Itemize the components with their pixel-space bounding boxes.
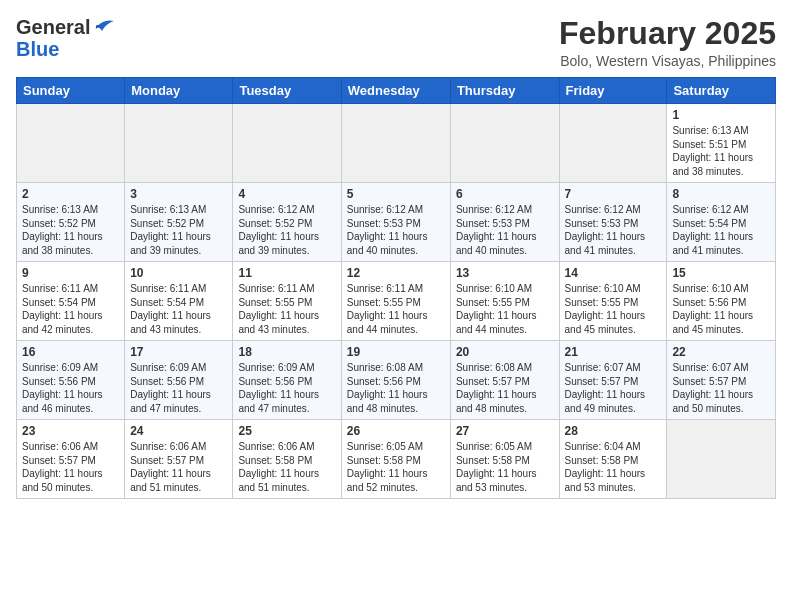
- day-info: Sunrise: 6:11 AM Sunset: 5:55 PM Dayligh…: [238, 282, 335, 336]
- week-row-2: 2Sunrise: 6:13 AM Sunset: 5:52 PM Daylig…: [17, 183, 776, 262]
- logo-general-line: General: [16, 16, 116, 38]
- day-number: 19: [347, 345, 445, 359]
- calendar-cell: 7Sunrise: 6:12 AM Sunset: 5:53 PM Daylig…: [559, 183, 667, 262]
- day-info: Sunrise: 6:10 AM Sunset: 5:55 PM Dayligh…: [456, 282, 554, 336]
- day-number: 2: [22, 187, 119, 201]
- logo-text-block: General Blue: [16, 16, 116, 60]
- calendar-cell: 11Sunrise: 6:11 AM Sunset: 5:55 PM Dayli…: [233, 262, 341, 341]
- day-number: 15: [672, 266, 770, 280]
- calendar-cell: 2Sunrise: 6:13 AM Sunset: 5:52 PM Daylig…: [17, 183, 125, 262]
- day-info: Sunrise: 6:05 AM Sunset: 5:58 PM Dayligh…: [347, 440, 445, 494]
- calendar-cell: [17, 104, 125, 183]
- calendar-cell: 5Sunrise: 6:12 AM Sunset: 5:53 PM Daylig…: [341, 183, 450, 262]
- day-number: 17: [130, 345, 227, 359]
- day-info: Sunrise: 6:12 AM Sunset: 5:53 PM Dayligh…: [456, 203, 554, 257]
- day-info: Sunrise: 6:05 AM Sunset: 5:58 PM Dayligh…: [456, 440, 554, 494]
- calendar-cell: [559, 104, 667, 183]
- logo-content: General Blue: [16, 16, 116, 60]
- day-info: Sunrise: 6:07 AM Sunset: 5:57 PM Dayligh…: [672, 361, 770, 415]
- day-number: 27: [456, 424, 554, 438]
- calendar-cell: 4Sunrise: 6:12 AM Sunset: 5:52 PM Daylig…: [233, 183, 341, 262]
- weekday-header-tuesday: Tuesday: [233, 78, 341, 104]
- calendar-table: SundayMondayTuesdayWednesdayThursdayFrid…: [16, 77, 776, 499]
- location: Bolo, Western Visayas, Philippines: [559, 53, 776, 69]
- calendar-cell: 22Sunrise: 6:07 AM Sunset: 5:57 PM Dayli…: [667, 341, 776, 420]
- day-number: 6: [456, 187, 554, 201]
- day-info: Sunrise: 6:12 AM Sunset: 5:54 PM Dayligh…: [672, 203, 770, 257]
- day-info: Sunrise: 6:11 AM Sunset: 5:54 PM Dayligh…: [130, 282, 227, 336]
- calendar-cell: 20Sunrise: 6:08 AM Sunset: 5:57 PM Dayli…: [450, 341, 559, 420]
- calendar-cell: 28Sunrise: 6:04 AM Sunset: 5:58 PM Dayli…: [559, 420, 667, 499]
- day-info: Sunrise: 6:04 AM Sunset: 5:58 PM Dayligh…: [565, 440, 662, 494]
- calendar-cell: 8Sunrise: 6:12 AM Sunset: 5:54 PM Daylig…: [667, 183, 776, 262]
- logo-bird-icon: [92, 17, 116, 33]
- day-number: 11: [238, 266, 335, 280]
- calendar-cell: 24Sunrise: 6:06 AM Sunset: 5:57 PM Dayli…: [125, 420, 233, 499]
- day-number: 26: [347, 424, 445, 438]
- day-info: Sunrise: 6:10 AM Sunset: 5:55 PM Dayligh…: [565, 282, 662, 336]
- day-number: 1: [672, 108, 770, 122]
- day-info: Sunrise: 6:13 AM Sunset: 5:52 PM Dayligh…: [130, 203, 227, 257]
- day-info: Sunrise: 6:12 AM Sunset: 5:53 PM Dayligh…: [565, 203, 662, 257]
- calendar-cell: 13Sunrise: 6:10 AM Sunset: 5:55 PM Dayli…: [450, 262, 559, 341]
- day-number: 28: [565, 424, 662, 438]
- week-row-5: 23Sunrise: 6:06 AM Sunset: 5:57 PM Dayli…: [17, 420, 776, 499]
- day-info: Sunrise: 6:09 AM Sunset: 5:56 PM Dayligh…: [22, 361, 119, 415]
- calendar-cell: 19Sunrise: 6:08 AM Sunset: 5:56 PM Dayli…: [341, 341, 450, 420]
- weekday-header-wednesday: Wednesday: [341, 78, 450, 104]
- weekday-header-sunday: Sunday: [17, 78, 125, 104]
- week-row-1: 1Sunrise: 6:13 AM Sunset: 5:51 PM Daylig…: [17, 104, 776, 183]
- calendar-cell: 6Sunrise: 6:12 AM Sunset: 5:53 PM Daylig…: [450, 183, 559, 262]
- calendar-cell: 17Sunrise: 6:09 AM Sunset: 5:56 PM Dayli…: [125, 341, 233, 420]
- day-info: Sunrise: 6:12 AM Sunset: 5:53 PM Dayligh…: [347, 203, 445, 257]
- day-info: Sunrise: 6:12 AM Sunset: 5:52 PM Dayligh…: [238, 203, 335, 257]
- day-info: Sunrise: 6:11 AM Sunset: 5:54 PM Dayligh…: [22, 282, 119, 336]
- day-info: Sunrise: 6:07 AM Sunset: 5:57 PM Dayligh…: [565, 361, 662, 415]
- weekday-header-thursday: Thursday: [450, 78, 559, 104]
- calendar-cell: 25Sunrise: 6:06 AM Sunset: 5:58 PM Dayli…: [233, 420, 341, 499]
- calendar-cell: 12Sunrise: 6:11 AM Sunset: 5:55 PM Dayli…: [341, 262, 450, 341]
- weekday-header-saturday: Saturday: [667, 78, 776, 104]
- calendar-cell: 14Sunrise: 6:10 AM Sunset: 5:55 PM Dayli…: [559, 262, 667, 341]
- weekday-header-monday: Monday: [125, 78, 233, 104]
- calendar-cell: [233, 104, 341, 183]
- day-number: 21: [565, 345, 662, 359]
- day-number: 20: [456, 345, 554, 359]
- day-number: 3: [130, 187, 227, 201]
- week-row-3: 9Sunrise: 6:11 AM Sunset: 5:54 PM Daylig…: [17, 262, 776, 341]
- day-number: 24: [130, 424, 227, 438]
- calendar-cell: 27Sunrise: 6:05 AM Sunset: 5:58 PM Dayli…: [450, 420, 559, 499]
- title-block: February 2025 Bolo, Western Visayas, Phi…: [559, 16, 776, 69]
- calendar-cell: [341, 104, 450, 183]
- logo-blue-text: Blue: [16, 38, 116, 60]
- calendar-cell: 10Sunrise: 6:11 AM Sunset: 5:54 PM Dayli…: [125, 262, 233, 341]
- calendar-cell: [125, 104, 233, 183]
- day-number: 7: [565, 187, 662, 201]
- logo: General Blue: [16, 16, 116, 60]
- calendar-cell: 3Sunrise: 6:13 AM Sunset: 5:52 PM Daylig…: [125, 183, 233, 262]
- month-title: February 2025: [559, 16, 776, 51]
- day-info: Sunrise: 6:13 AM Sunset: 5:51 PM Dayligh…: [672, 124, 770, 178]
- day-number: 4: [238, 187, 335, 201]
- day-info: Sunrise: 6:11 AM Sunset: 5:55 PM Dayligh…: [347, 282, 445, 336]
- weekday-header-friday: Friday: [559, 78, 667, 104]
- day-number: 5: [347, 187, 445, 201]
- day-number: 23: [22, 424, 119, 438]
- day-info: Sunrise: 6:06 AM Sunset: 5:57 PM Dayligh…: [22, 440, 119, 494]
- day-info: Sunrise: 6:09 AM Sunset: 5:56 PM Dayligh…: [130, 361, 227, 415]
- day-number: 12: [347, 266, 445, 280]
- calendar-cell: [450, 104, 559, 183]
- calendar-cell: 15Sunrise: 6:10 AM Sunset: 5:56 PM Dayli…: [667, 262, 776, 341]
- day-info: Sunrise: 6:06 AM Sunset: 5:58 PM Dayligh…: [238, 440, 335, 494]
- day-info: Sunrise: 6:10 AM Sunset: 5:56 PM Dayligh…: [672, 282, 770, 336]
- day-info: Sunrise: 6:06 AM Sunset: 5:57 PM Dayligh…: [130, 440, 227, 494]
- calendar-cell: [667, 420, 776, 499]
- day-number: 13: [456, 266, 554, 280]
- calendar-cell: 26Sunrise: 6:05 AM Sunset: 5:58 PM Dayli…: [341, 420, 450, 499]
- week-row-4: 16Sunrise: 6:09 AM Sunset: 5:56 PM Dayli…: [17, 341, 776, 420]
- day-number: 9: [22, 266, 119, 280]
- calendar-cell: 23Sunrise: 6:06 AM Sunset: 5:57 PM Dayli…: [17, 420, 125, 499]
- day-number: 8: [672, 187, 770, 201]
- day-number: 18: [238, 345, 335, 359]
- day-info: Sunrise: 6:13 AM Sunset: 5:52 PM Dayligh…: [22, 203, 119, 257]
